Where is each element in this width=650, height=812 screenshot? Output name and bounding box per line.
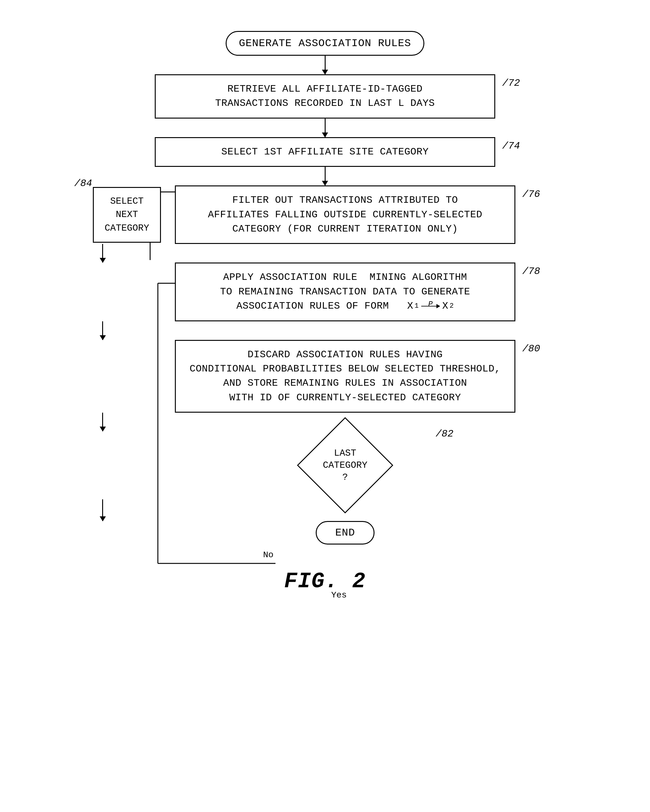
- start-label: GENERATE ASSOCIATION RULES: [226, 31, 425, 56]
- arrow-5: [102, 321, 103, 340]
- node-82: /82 LASTCATEGORY?: [311, 431, 379, 499]
- arrow-7: [102, 499, 103, 521]
- ref-76: /76: [522, 189, 540, 200]
- fig-label: FIG. 2: [284, 569, 366, 594]
- node-80: DISCARD ASSOCIATION RULES HAVING CONDITI…: [175, 340, 515, 413]
- node-84-label: SELECT NEXTCATEGORY: [93, 187, 161, 243]
- arrow-3: [325, 167, 326, 185]
- end-label: END: [316, 521, 375, 545]
- node-74: SELECT 1ST AFFILIATE SITE CATEGORY /74: [155, 137, 495, 167]
- ref-78: /78: [522, 266, 540, 277]
- diagram-container: No Yes GENERATE ASSOCIATION RULES RETRIE…: [62, 18, 588, 545]
- ref-74: /74: [502, 140, 520, 152]
- node-72-label: RETRIEVE ALL AFFILIATE-ID-TAGGEDTRANSACT…: [155, 74, 495, 119]
- node-72: RETRIEVE ALL AFFILIATE-ID-TAGGEDTRANSACT…: [155, 74, 495, 119]
- formula-display: X1 P X2: [407, 299, 454, 313]
- node-74-label: SELECT 1ST AFFILIATE SITE CATEGORY: [155, 137, 495, 167]
- ref-80: /80: [522, 343, 540, 354]
- diamond-82-label: LASTCATEGORY?: [319, 447, 371, 484]
- node-76-box: FILTER OUT TRANSACTIONS ATTRIBUTED TOAFF…: [175, 185, 515, 244]
- arrow-6: [102, 413, 103, 431]
- arrow-4: [102, 244, 103, 263]
- end-node: END: [316, 521, 375, 545]
- node-78-label: APPLY ASSOCIATION RULE MINING ALGORITHM …: [175, 263, 515, 321]
- node-80-label: DISCARD ASSOCIATION RULES HAVING CONDITI…: [175, 340, 515, 413]
- node-84-wrapper: SELECT NEXTCATEGORY /84: [93, 187, 164, 243]
- diamond-82: LASTCATEGORY?: [297, 417, 393, 514]
- ref-82: /82: [435, 428, 453, 440]
- ref-72: /72: [502, 77, 520, 89]
- node-76-label: FILTER OUT TRANSACTIONS ATTRIBUTED TOAFF…: [175, 185, 515, 244]
- svg-text:No: No: [263, 550, 274, 560]
- ref-84: /84: [74, 178, 92, 189]
- arrow-1: [325, 56, 326, 74]
- node-78: APPLY ASSOCIATION RULE MINING ALGORITHM …: [175, 263, 515, 321]
- arrow-2: [325, 119, 326, 137]
- node-76-row: SELECT NEXTCATEGORY /84 FILTER OUT TRANS…: [93, 185, 557, 244]
- start-node: GENERATE ASSOCIATION RULES: [226, 31, 425, 56]
